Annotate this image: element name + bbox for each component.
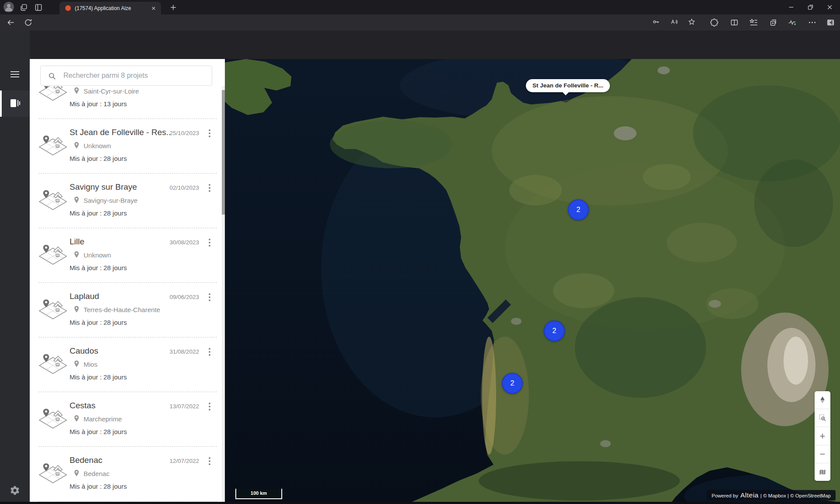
project-name: Savigny sur Braye xyxy=(70,182,170,192)
project-date: 09/06/2023 xyxy=(169,294,199,300)
project-location: Savigny-sur-Braye xyxy=(84,197,137,204)
map-cluster-marker[interactable]: 2 xyxy=(544,320,565,341)
project-list-item[interactable]: Lille 30/08/2023 Unknown Mis à jour : 28… xyxy=(30,228,225,283)
copilot-sidebar-icon[interactable] xyxy=(826,18,835,27)
project-thumbnail-icon xyxy=(38,408,68,431)
tab-close-icon[interactable] xyxy=(150,5,157,12)
extensions-icon[interactable] xyxy=(710,18,719,27)
app-header: Organisation CRÉER UN PROJET IMPORTER DE… xyxy=(0,31,840,59)
left-nav-rail: .ai xyxy=(0,31,30,504)
zoom-to-selection-icon[interactable] xyxy=(815,409,830,427)
new-tab-button[interactable] xyxy=(169,3,178,12)
project-thumbnail-icon xyxy=(38,244,68,267)
active-tab[interactable]: (17574) Application Aize xyxy=(60,2,161,14)
location-pin-icon xyxy=(72,305,81,314)
zoom-in-button[interactable]: + xyxy=(815,427,830,445)
window-bottom-edge xyxy=(0,502,840,504)
project-list-item[interactable]: Laplaud 09/06/2023 Terres-de-Haute-Chare… xyxy=(30,283,225,337)
window-minimize-button[interactable] xyxy=(781,0,801,14)
satellite-map-of-france xyxy=(225,59,840,504)
map-attribution: Powered byAlteia| © Mapbox | © OpenStree… xyxy=(707,490,836,501)
project-thumbnail-icon xyxy=(38,135,68,157)
settings-gear-icon[interactable] xyxy=(10,485,20,496)
refresh-icon[interactable] xyxy=(24,18,33,27)
attribution-brand: Alteia xyxy=(740,491,759,499)
browser-window: (17574) Application Aize https://a xyxy=(0,0,840,504)
project-list-item[interactable]: St Jean de Folleville - Res... 25/10/202… xyxy=(30,119,225,174)
split-screen-icon[interactable] xyxy=(730,18,739,27)
tab-actions-icon[interactable] xyxy=(34,3,43,12)
read-aloud-icon[interactable] xyxy=(670,18,678,26)
projects-panel: Saint-Cyr-sur-Loire Mis à jour : 13 jour… xyxy=(30,59,225,504)
password-key-icon[interactable] xyxy=(652,18,660,26)
browser-tab-strip: (17574) Application Aize xyxy=(0,0,840,14)
location-pin-icon xyxy=(72,250,81,259)
project-date: 13/07/2022 xyxy=(169,403,199,410)
menu-hamburger-icon[interactable] xyxy=(10,71,19,77)
search-section xyxy=(30,59,225,86)
search-input[interactable] xyxy=(63,66,208,85)
project-location: Saint-Cyr-sur-Loire xyxy=(84,87,139,95)
project-name: Cestas xyxy=(70,401,170,410)
project-list-item[interactable]: Caudos 31/08/2022 Mios Mis à jour : 28 j… xyxy=(30,337,225,392)
map-scale-bar: 100 km xyxy=(235,489,282,499)
project-thumbnail-icon xyxy=(38,462,68,485)
nav-item-projects-active[interactable] xyxy=(0,90,30,117)
active-indicator xyxy=(0,90,2,117)
project-menu-kebab-icon[interactable] xyxy=(209,293,210,302)
project-location: Unknown xyxy=(84,251,111,259)
tab-groups-icon[interactable] xyxy=(768,18,777,27)
project-menu-kebab-icon[interactable] xyxy=(209,403,210,411)
project-location: Marcheprime xyxy=(84,415,122,423)
panel-scrollbar[interactable] xyxy=(222,86,225,504)
browser-profile-avatar[interactable] xyxy=(4,2,14,12)
favorite-star-icon[interactable] xyxy=(688,18,696,26)
project-date: 12/07/2022 xyxy=(169,458,199,464)
project-updated: Mis à jour : 28 jours xyxy=(70,319,127,326)
search-box[interactable] xyxy=(40,66,212,86)
location-pin-icon xyxy=(72,469,81,478)
compass-icon[interactable] xyxy=(815,391,830,409)
project-list-item[interactable]: Cestas 13/07/2022 Marcheprime Mis à jour… xyxy=(30,392,225,447)
map-cluster-marker[interactable]: 2 xyxy=(502,373,523,394)
project-list: Saint-Cyr-sur-Loire Mis à jour : 13 jour… xyxy=(30,64,225,501)
project-date: 31/08/2022 xyxy=(169,348,199,355)
favorites-bar-icon[interactable] xyxy=(749,18,758,27)
project-list-item[interactable]: Savigny sur Braye 02/10/2023 Savigny-sur… xyxy=(30,174,225,228)
attribution-rest: | © Mapbox | © OpenStreetMap xyxy=(760,493,831,498)
project-menu-kebab-icon[interactable] xyxy=(209,348,210,357)
project-location: Bedenac xyxy=(84,470,109,477)
project-list-item[interactable]: Bedenac 12/07/2022 Bedenac Mis à jour : … xyxy=(30,447,225,501)
item-divider xyxy=(38,501,217,501)
more-menu-icon[interactable] xyxy=(808,18,817,27)
project-menu-kebab-icon[interactable] xyxy=(209,184,210,193)
project-date: 30/08/2023 xyxy=(169,239,199,246)
browser-toolbar: https://aize.alteia.com/app/browse/proje… xyxy=(0,14,840,31)
location-pin-icon xyxy=(72,414,81,423)
map-controls: + − xyxy=(815,391,830,481)
project-location: Mios xyxy=(84,361,98,368)
project-updated: Mis à jour : 28 jours xyxy=(70,428,127,435)
back-icon[interactable] xyxy=(6,18,15,27)
project-menu-kebab-icon[interactable] xyxy=(209,457,210,466)
project-date: 02/10/2023 xyxy=(169,184,199,191)
scrollbar-thumb[interactable] xyxy=(222,90,225,215)
map-cluster-marker[interactable]: 2 xyxy=(568,199,589,220)
tab-favicon-icon xyxy=(65,5,71,11)
project-menu-kebab-icon[interactable] xyxy=(209,129,210,138)
project-location: Terres-de-Haute-Charente xyxy=(84,306,160,313)
tab-title: (17574) Application Aize xyxy=(75,5,131,11)
project-name: Bedenac xyxy=(70,455,170,465)
project-menu-kebab-icon[interactable] xyxy=(209,239,210,247)
search-icon xyxy=(48,72,56,80)
zoom-out-button[interactable]: − xyxy=(815,445,830,463)
project-thumbnail-icon xyxy=(38,299,68,321)
workspaces-icon[interactable] xyxy=(19,3,28,12)
browser-essentials-icon[interactable] xyxy=(788,18,797,27)
window-restore-button[interactable] xyxy=(801,0,820,14)
map-canvas[interactable]: 2 2 2 St Jean de Folleville - R... + − 1… xyxy=(225,59,840,504)
basemap-toggle-icon[interactable] xyxy=(815,463,830,481)
project-updated: Mis à jour : 28 jours xyxy=(70,483,127,490)
location-pin-icon xyxy=(72,87,81,95)
window-close-button[interactable] xyxy=(820,0,839,14)
